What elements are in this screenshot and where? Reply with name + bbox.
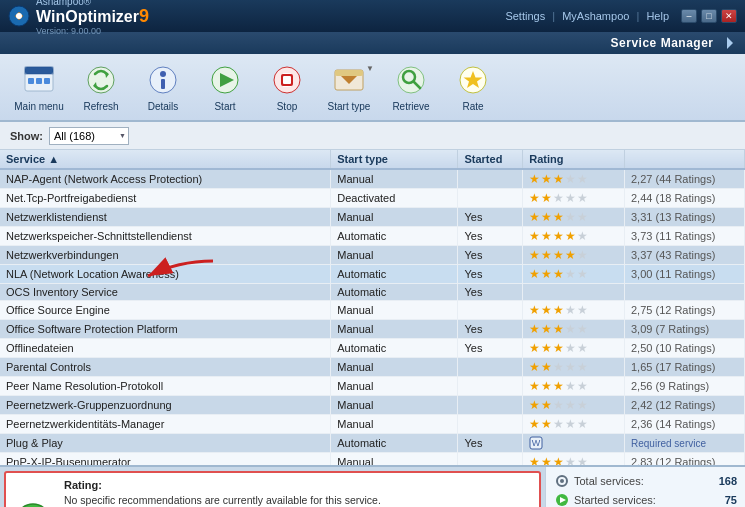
rating-text-cell: 2,50 (10 Ratings) (625, 339, 745, 358)
refresh-button[interactable]: Refresh (72, 58, 130, 116)
table-row[interactable]: OCS Inventory ServiceAutomaticYes (0, 284, 745, 301)
col-service[interactable]: Service ▲ (0, 150, 331, 169)
table-row[interactable]: Netzwerkspeicher-SchnittstellendienstAut… (0, 227, 745, 246)
table-row[interactable]: NetzwerklistendienstManualYes★★★★★3,31 (… (0, 208, 745, 227)
stat-started: Started services: 75 (554, 492, 737, 507)
main-menu-icon (21, 62, 57, 98)
table-row[interactable]: Office Software Protection PlatformManua… (0, 320, 745, 339)
started-cell (458, 301, 523, 320)
rating-text-cell (625, 284, 745, 301)
service-name: Office Software Protection Platform (0, 320, 331, 339)
service-table-wrapper: Service ▲ Start type Started Rating NAP-… (0, 150, 745, 465)
table-row[interactable]: Peernetzwerkidentitäts-ManagerManual★★★★… (0, 415, 745, 434)
star-rating: ★★★★★ (529, 379, 618, 393)
star-rating: ★★★★★ (529, 360, 618, 374)
service-table-container[interactable]: Service ▲ Start type Started Rating NAP-… (0, 150, 745, 465)
retrieve-label: Retrieve (392, 101, 429, 112)
service-name: Parental Controls (0, 358, 331, 377)
table-row[interactable]: Plug & PlayAutomaticYesWRequired service (0, 434, 745, 453)
start-icon (207, 62, 243, 98)
table-row[interactable]: NetzwerkverbindungenManualYes★★★★★3,37 (… (0, 246, 745, 265)
star-rating: ★★★★★ (529, 417, 618, 431)
refresh-label: Refresh (83, 101, 118, 112)
start-type-cell: Manual (331, 208, 458, 227)
start-type-cell: Automatic (331, 227, 458, 246)
started-label: Started services: (574, 494, 721, 506)
stars-cell: ★★★★★ (523, 320, 625, 339)
show-select[interactable]: All (168) (49, 127, 129, 145)
info-panel: Rating: No specific recommendations are … (4, 471, 541, 507)
svg-point-11 (160, 71, 166, 77)
rating-text-cell: 2,75 (12 Ratings) (625, 301, 745, 320)
rate-label: Rate (462, 101, 483, 112)
myashampoo-link[interactable]: MyAshampoo (562, 10, 629, 22)
rating-text-cell: 2,36 (14 Ratings) (625, 415, 745, 434)
svg-rect-7 (36, 78, 42, 84)
start-button[interactable]: Start (196, 58, 254, 116)
total-value: 168 (719, 475, 737, 487)
table-row[interactable]: PnP-X-IP-BusenumeratorManual★★★★★2,83 (1… (0, 453, 745, 466)
stop-button[interactable]: Stop (258, 58, 316, 116)
sidebar-toggle-icon[interactable] (725, 35, 735, 51)
table-row[interactable]: NLA (Network Location Awareness)Automati… (0, 265, 745, 284)
table-row[interactable]: Office Source EngineManual★★★★★2,75 (12 … (0, 301, 745, 320)
rating-text-cell: 3,73 (11 Ratings) (625, 227, 745, 246)
stat-total: Total services: 168 (554, 473, 737, 489)
show-select-wrap[interactable]: All (168) (49, 127, 129, 145)
start-type-dropdown-arrow[interactable]: ▼ (366, 64, 374, 73)
svg-rect-4 (25, 67, 53, 74)
logo-icon (8, 5, 30, 27)
service-name: Plug & Play (0, 434, 331, 453)
start-type-cell: Manual (331, 396, 458, 415)
rate-button[interactable]: Rate (444, 58, 502, 116)
col-rating[interactable]: Rating (523, 150, 625, 169)
start-type-label: Start type (328, 101, 371, 112)
retrieve-icon (393, 62, 429, 98)
star-rating: ★★★★★ (529, 210, 618, 224)
rating-text-cell: 3,00 (11 Ratings) (625, 265, 745, 284)
details-button[interactable]: Details (134, 58, 192, 116)
stars-cell: ★★★★★ (523, 208, 625, 227)
toolbar: Main menu Refresh Details (0, 54, 745, 122)
info-content: Rating: No specific recommendations are … (64, 479, 529, 507)
table-row[interactable]: OfflinedateienAutomaticYes★★★★★2,50 (10 … (0, 339, 745, 358)
svg-text:W: W (532, 438, 541, 448)
minimize-button[interactable]: – (681, 9, 697, 23)
rating-text-cell: 3,09 (7 Ratings) (625, 320, 745, 339)
service-table: Service ▲ Start type Started Rating NAP-… (0, 150, 745, 465)
col-started[interactable]: Started (458, 150, 523, 169)
main-menu-button[interactable]: Main menu (10, 58, 68, 116)
col-start-type[interactable]: Start type (331, 150, 458, 169)
stars-cell: ★★★★★ (523, 246, 625, 265)
table-row[interactable]: Parental ControlsManual★★★★★1,65 (17 Rat… (0, 358, 745, 377)
settings-link[interactable]: Settings (505, 10, 545, 22)
close-button[interactable]: ✕ (721, 9, 737, 23)
started-cell: Yes (458, 284, 523, 301)
started-cell: Yes (458, 434, 523, 453)
table-row[interactable]: Peernetzwerk-GruppenzuordnungManual★★★★★… (0, 396, 745, 415)
svg-rect-19 (283, 76, 291, 84)
service-name: Netzwerkverbindungen (0, 246, 331, 265)
version-number: 9 (139, 6, 149, 26)
main-menu-label: Main menu (14, 101, 63, 112)
stars-cell: ★★★★★ (523, 415, 625, 434)
table-row[interactable]: Net.Tcp-PortfreigabedienstDeactivated★★★… (0, 189, 745, 208)
star-rating: ★★★★★ (529, 191, 618, 205)
start-type-button[interactable]: Start type ▼ (320, 58, 378, 116)
start-type-cell: Manual (331, 358, 458, 377)
star-rating: ★★★★★ (529, 172, 618, 186)
svg-rect-22 (335, 70, 363, 76)
maximize-button[interactable]: □ (701, 9, 717, 23)
service-name: Office Source Engine (0, 301, 331, 320)
stars-cell: ★★★★★ (523, 453, 625, 466)
help-link[interactable]: Help (646, 10, 669, 22)
table-row[interactable]: NAP-Agent (Network Access Protection)Man… (0, 169, 745, 189)
retrieve-button[interactable]: Retrieve (382, 58, 440, 116)
rating-text-cell: 2,83 (12 Ratings) (625, 453, 745, 466)
started-cell: Yes (458, 227, 523, 246)
start-type-cell: Manual (331, 169, 458, 189)
stars-cell: ★★★★★ (523, 227, 625, 246)
table-row[interactable]: Peer Name Resolution-ProtokollManual★★★★… (0, 377, 745, 396)
brand-label: Ashampoo® (36, 0, 149, 7)
start-type-cell: Deactivated (331, 189, 458, 208)
